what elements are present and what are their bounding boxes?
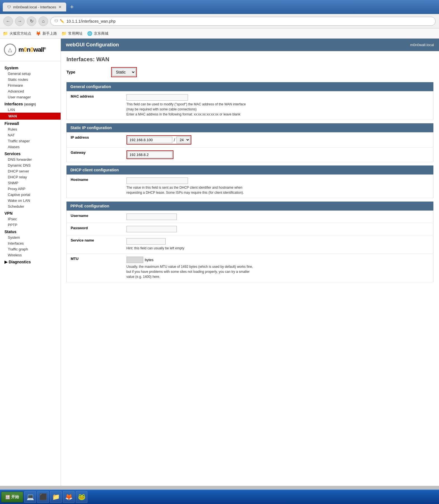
bookmark-1[interactable]: 🦊 新手上路 xyxy=(36,31,57,36)
sidebar-item-dns-forwarder[interactable]: DNS forwarder xyxy=(0,157,61,162)
logo-text: m0n0wall® xyxy=(18,46,46,53)
mac-address-input[interactable] xyxy=(127,94,188,101)
taskbar-icon-0[interactable]: 💻 xyxy=(24,491,36,503)
sidebar-item-static-routes[interactable]: Static routes xyxy=(0,77,61,82)
sidebar-item-pptp[interactable]: PPTP xyxy=(0,222,61,228)
sidebar-item-advanced[interactable]: Advanced xyxy=(0,88,61,94)
service-name-hint: Hint: this field can usually be left emp… xyxy=(127,246,430,251)
browser-titlebar: 🛡 m0n0wall.local - Interfaces ✕ + xyxy=(0,0,439,14)
sidebar-item-scheduler[interactable]: Scheduler xyxy=(0,204,61,209)
browser-toolbar: ← → ↻ ⌂ 🛡 ✏️ 10.1.1.1/interfaces_wan.php xyxy=(0,14,439,29)
sidebar-logo: △ m0n0wall® xyxy=(0,39,61,61)
bookmark-label-1: 新手上路 xyxy=(42,31,57,36)
password-input[interactable] xyxy=(127,226,177,232)
sidebar-item-user-manager[interactable]: User manager xyxy=(0,94,61,100)
tab-icon: 🛡 xyxy=(7,5,11,9)
type-row: Type Static DHCP PPPoE PPTP xyxy=(66,67,433,77)
sidebar-item-dynamic-dns[interactable]: Dynamic DNS xyxy=(0,162,61,168)
ip-address-input[interactable] xyxy=(128,137,172,143)
bookmark-folder-icon-0: 📁 xyxy=(3,31,8,36)
windows-logo-icon: 🪟 xyxy=(5,495,10,499)
home-button[interactable]: ⌂ xyxy=(39,16,48,26)
sidebar-item-dhcp-relay[interactable]: DHCP relay xyxy=(0,174,61,180)
content-header-hostname: m0n0wall.local xyxy=(410,43,434,47)
sidebar-item-traffic-shaper[interactable]: Traffic shaper xyxy=(0,138,61,144)
start-label: 开始 xyxy=(11,494,19,500)
sidebar-item-dhcp-server[interactable]: DHCP server xyxy=(0,168,61,174)
service-name-row: Service name Hint: this field can usuall… xyxy=(67,235,433,254)
nav-section-system: System xyxy=(0,64,61,71)
nav-section-diagnostics[interactable]: ▶ Diagnostics xyxy=(0,258,61,265)
taskbar-icon-2[interactable]: 📁 xyxy=(50,491,62,503)
mac-address-row: MAC address This field can be used to mo… xyxy=(67,91,433,120)
sidebar-item-status-interfaces[interactable]: Interfaces xyxy=(0,240,61,246)
bookmark-0[interactable]: 📁 火狐官方站点 xyxy=(3,31,31,36)
forward-button[interactable]: → xyxy=(15,16,25,26)
bookmark-2[interactable]: 📁 常用网址 xyxy=(61,31,83,36)
nav-section-vpn: VPN xyxy=(0,209,61,216)
taskbar: 🪟 开始 💻 ⬛ 📁 🦊 🐸 xyxy=(0,489,439,504)
sidebar-item-wireless[interactable]: Wireless xyxy=(0,252,61,258)
bookmark-firefox-icon: 🦊 xyxy=(36,31,41,36)
slash-divider: / xyxy=(173,138,176,142)
mtu-input-row: bytes xyxy=(127,257,430,263)
bookmark-3[interactable]: 🌐 京东商城 xyxy=(87,31,108,36)
section-header-static-ip: Static IP configuration xyxy=(66,123,433,132)
sidebar-item-wake-on-lan[interactable]: Wake on LAN xyxy=(0,198,61,204)
sidebar-item-general-setup[interactable]: General setup xyxy=(0,71,61,77)
address-url[interactable]: 10.1.1.1/interfaces_wan.php xyxy=(66,19,116,23)
pppoe-config-table: Username Password Service name Hint: t xyxy=(66,210,433,282)
ip-address-cell: / 8 16 24 32 xyxy=(123,132,433,148)
tab-close-button[interactable]: ✕ xyxy=(58,5,62,9)
mtu-row: MTU bytes Usually, the maximum MTU value… xyxy=(67,254,433,282)
nav-section-status: Status xyxy=(0,228,61,235)
taskbar-icon-1[interactable]: ⬛ xyxy=(37,491,49,503)
sidebar-item-nat[interactable]: NAT xyxy=(0,132,61,138)
new-tab-button[interactable]: + xyxy=(67,2,77,12)
address-bar[interactable]: 🛡 ✏️ 10.1.1.1/interfaces_wan.php xyxy=(50,17,436,26)
mtu-label: MTU xyxy=(67,254,123,282)
shield-icon: 🛡 xyxy=(54,19,58,23)
sidebar-item-snmp[interactable]: SNMP xyxy=(0,180,61,186)
sidebar-item-firmware[interactable]: Firmware xyxy=(0,82,61,88)
taskbar-icon-3[interactable]: 🦊 xyxy=(63,491,75,503)
sidebar-item-lan[interactable]: LAN xyxy=(0,107,61,113)
gateway-input[interactable] xyxy=(128,152,172,158)
edit-icon: ✏️ xyxy=(60,19,64,23)
sidebar-item-ipsec[interactable]: IPsec xyxy=(0,216,61,222)
mtu-input[interactable] xyxy=(127,257,143,263)
username-label: Username xyxy=(67,211,123,223)
mac-address-label: MAC address xyxy=(67,91,123,120)
username-input[interactable] xyxy=(127,214,177,220)
sidebar-item-traffic-graph[interactable]: Traffic graph xyxy=(0,246,61,252)
sidebar-item-proxy-arp[interactable]: Proxy ARP xyxy=(0,186,61,192)
taskbar-icon-4[interactable]: 🐸 xyxy=(76,491,87,503)
nav-section-firewall: Firewall xyxy=(0,120,61,126)
sidebar-item-aliases[interactable]: Aliases xyxy=(0,144,61,150)
hostname-input[interactable] xyxy=(127,178,188,184)
bookmark-folder-icon-2: 📁 xyxy=(61,31,67,36)
service-name-label: Service name xyxy=(67,235,123,254)
nav-section-interfaces: Interfaces (assign) xyxy=(0,100,61,107)
sidebar-item-wan[interactable]: WAN xyxy=(0,113,61,120)
back-button[interactable]: ← xyxy=(3,16,13,26)
content-area: webGUI Configuration m0n0wall.local Inte… xyxy=(61,39,439,486)
content-header: webGUI Configuration m0n0wall.local xyxy=(61,39,439,51)
gateway-wrapper xyxy=(127,150,173,159)
service-name-input[interactable] xyxy=(127,238,166,245)
service-name-cell: Hint: this field can usually be left emp… xyxy=(123,235,433,254)
sidebar-item-captive-portal[interactable]: Captive portal xyxy=(0,192,61,198)
sidebar-item-status-system[interactable]: System xyxy=(0,235,61,240)
type-label: Type xyxy=(66,70,111,74)
username-cell xyxy=(123,211,433,223)
main-wrapper: △ m0n0wall® System General setup Static … xyxy=(0,39,439,486)
subnet-select[interactable]: 8 16 24 32 xyxy=(176,136,190,143)
sidebar-item-rules[interactable]: Rules xyxy=(0,126,61,132)
mac-address-hint: This field can be used to modify ("spoof… xyxy=(127,102,430,117)
reload-button[interactable]: ↻ xyxy=(27,16,36,26)
type-select[interactable]: Static DHCP PPPoE PPTP xyxy=(112,68,136,76)
start-button[interactable]: 🪟 开始 xyxy=(1,492,23,502)
content-header-title: webGUI Configuration xyxy=(66,42,119,48)
static-ip-table: IP address / 8 16 24 32 xyxy=(66,132,433,162)
browser-tab[interactable]: 🛡 m0n0wall.local - Interfaces ✕ xyxy=(3,3,66,11)
